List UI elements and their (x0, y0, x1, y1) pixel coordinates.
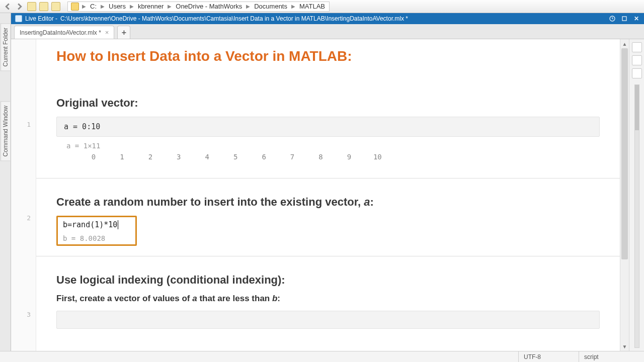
rail-button-2[interactable] (632, 55, 642, 65)
text-cursor (118, 220, 118, 229)
svg-rect-1 (622, 17, 626, 21)
status-mode[interactable]: script (579, 351, 639, 362)
folder-icon (71, 3, 79, 11)
status-encoding[interactable]: UTF-8 (518, 351, 579, 362)
close-icon[interactable]: ✕ (633, 15, 640, 22)
section-heading-logical: Use logical indexing (conditional indexi… (56, 274, 600, 287)
active-section: Create a random number to insert into th… (56, 178, 600, 256)
tab-close-icon[interactable]: × (105, 29, 109, 36)
breadcrumb-part[interactable]: kbrenner (137, 3, 165, 10)
scroll-up-icon[interactable]: ▲ (620, 39, 629, 48)
editor-scrollbar[interactable]: ▲ ▼ (620, 39, 629, 351)
left-panel-tabs: Current Folder Command Window (0, 13, 11, 351)
breadcrumb-part[interactable]: Documents (253, 3, 288, 10)
section-heading-random: Create a random number to insert into th… (56, 196, 600, 209)
editor-title-path: C:\Users\kbrenner\OneDrive - MathWorks\D… (60, 15, 408, 22)
rail-scroll-thumb[interactable] (635, 85, 639, 130)
output-1: a = 1×11 0 1 2 3 4 5 6 7 8 (56, 140, 600, 163)
line-number: 2 (16, 214, 31, 222)
file-tab-label: InsertingDataIntoAVector.mlx * (20, 29, 101, 36)
section-subtext: First, create a vector of values of a th… (56, 294, 600, 304)
nav-forward-icon[interactable] (15, 2, 24, 11)
toolbar-icon-3[interactable] (51, 2, 60, 11)
breadcrumb-part[interactable]: OneDrive - MathWorks (175, 3, 243, 10)
nav-back-icon[interactable] (3, 2, 12, 11)
code-cell-1[interactable]: a = 0:10 (56, 117, 600, 137)
maximize-icon[interactable] (621, 15, 628, 22)
output-1-label: a = 1×11 (66, 142, 600, 150)
editor-content[interactable]: How to Insert Data into a Vector in MATL… (36, 39, 620, 351)
command-window-tab[interactable]: Command Window (1, 101, 10, 161)
section-heading-original: Original vector: (56, 97, 600, 110)
scroll-thumb[interactable] (621, 48, 628, 259)
rail-scroll-track[interactable] (634, 84, 639, 348)
dock-icon[interactable] (609, 15, 616, 22)
new-tab-button[interactable]: + (117, 26, 130, 39)
editor-title-prefix: Live Editor - (25, 15, 57, 22)
breadcrumb-part[interactable]: MATLAB (298, 3, 326, 10)
live-editor-titlebar: Live Editor - C:\Users\kbrenner\OneDrive… (11, 13, 644, 24)
rail-button-3[interactable] (632, 68, 642, 78)
scroll-down-icon[interactable]: ▼ (620, 342, 629, 351)
line-number-gutter: 1 2 3 (11, 39, 36, 351)
right-rail (629, 39, 644, 351)
breadcrumb[interactable]: ▶ C: ▶ Users ▶ kbrenner ▶ OneDrive - Mat… (67, 2, 330, 12)
toolbar-icon-2[interactable] (39, 2, 48, 11)
toolbar-icon-1[interactable] (27, 2, 36, 11)
code-cell-2[interactable]: b=rand(1)*10 (63, 220, 130, 229)
page-title: How to Insert Data into a Vector in MATL… (56, 48, 600, 64)
code-cell-3[interactable] (56, 311, 600, 329)
file-tab-strip: InsertingDataIntoAVector.mlx * × + (11, 24, 644, 39)
status-bar: UTF-8 script (0, 351, 644, 362)
breadcrumb-part[interactable]: C: (89, 3, 98, 10)
line-number: 1 (16, 121, 31, 128)
active-code-highlight: b=rand(1)*10 b = 8.0028 (56, 216, 137, 246)
address-toolbar: ▶ C: ▶ Users ▶ kbrenner ▶ OneDrive - Mat… (0, 0, 644, 13)
document-icon (15, 15, 22, 22)
rail-button-1[interactable] (632, 42, 642, 52)
breadcrumb-part[interactable]: Users (108, 3, 127, 10)
output-2: b = 8.0028 (63, 234, 130, 242)
file-tab-active[interactable]: InsertingDataIntoAVector.mlx * × (14, 26, 114, 39)
current-folder-tab[interactable]: Current Folder (1, 23, 10, 71)
breadcrumb-sep: ▶ (81, 4, 87, 9)
line-number: 3 (16, 311, 31, 318)
